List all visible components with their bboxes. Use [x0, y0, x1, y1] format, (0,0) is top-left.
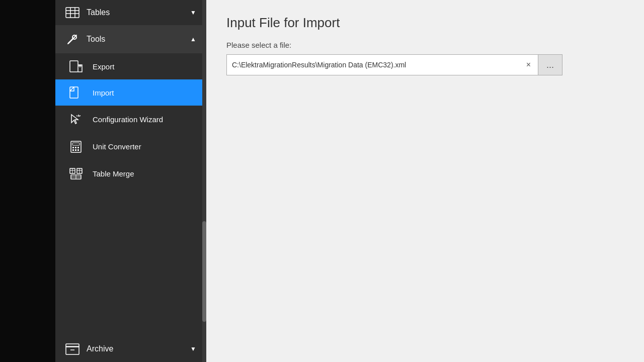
sidebar-item-table-merge[interactable]: Table Merge — [55, 160, 206, 187]
file-path: C:\ElektraMigrationResults\Migration Dat… — [232, 61, 524, 69]
archive-label: Archive — [87, 344, 113, 353]
svg-rect-22 — [75, 149, 76, 151]
svg-rect-18 — [72, 147, 74, 148]
svg-rect-19 — [75, 147, 76, 148]
sidebar-item-config-wizard[interactable]: Configuration Wizard — [55, 106, 206, 133]
sidebar-section-tables[interactable]: Tables ▼ — [55, 0, 206, 25]
sidebar-section-archive[interactable]: Archive ▼ — [55, 336, 206, 362]
sidebar-item-import[interactable]: Import — [55, 79, 206, 106]
file-input-wrapper: C:\ElektraMigrationResults\Migration Dat… — [226, 54, 538, 75]
svg-rect-17 — [72, 143, 79, 145]
sidebar-scrollbar[interactable] — [202, 0, 206, 362]
svg-line-12 — [70, 87, 74, 91]
svg-line-15 — [76, 116, 77, 116]
file-label: Please select a file: — [226, 41, 624, 49]
tables-label: Tables — [87, 8, 110, 17]
sidebar: Tables ▼ Tools ▲ Export — [55, 0, 206, 362]
table-merge-label: Table Merge — [93, 169, 134, 178]
svg-rect-9 — [70, 61, 78, 72]
browse-button[interactable]: ... — [538, 54, 562, 75]
tools-label: Tools — [87, 35, 105, 44]
svg-line-14 — [79, 116, 80, 116]
svg-line-8 — [68, 42, 69, 44]
page-title: Input File for Import — [226, 15, 624, 31]
clear-file-button[interactable]: × — [524, 60, 533, 69]
sidebar-item-unit-converter[interactable]: Unit Converter — [55, 133, 206, 160]
table-merge-icon — [69, 167, 84, 180]
tables-chevron: ▼ — [190, 9, 196, 16]
main-content: Input File for Import Please select a fi… — [206, 0, 644, 362]
unit-converter-icon — [69, 140, 84, 153]
file-input-row: C:\ElektraMigrationResults\Migration Dat… — [226, 54, 624, 75]
sidebar-section-tools[interactable]: Tools ▲ — [55, 25, 206, 53]
svg-rect-20 — [77, 147, 79, 148]
outer-left-panel — [0, 0, 55, 362]
archive-chevron: ▼ — [190, 345, 196, 352]
tools-icon — [65, 32, 79, 46]
import-icon — [69, 86, 84, 99]
svg-rect-33 — [66, 346, 79, 354]
import-label: Import — [93, 88, 114, 97]
export-icon — [69, 60, 84, 72]
svg-rect-0 — [66, 8, 79, 18]
export-label: Export — [93, 62, 114, 71]
config-wizard-icon — [69, 113, 84, 126]
svg-rect-23 — [77, 149, 79, 151]
tables-icon — [65, 7, 79, 18]
unit-converter-label: Unit Converter — [93, 142, 141, 151]
scrollbar-thumb[interactable] — [202, 221, 206, 322]
archive-icon — [65, 343, 79, 355]
tools-chevron: ▲ — [190, 36, 196, 43]
svg-rect-21 — [72, 149, 74, 151]
sidebar-item-export[interactable]: Export — [55, 53, 206, 79]
config-wizard-label: Configuration Wizard — [93, 115, 163, 124]
